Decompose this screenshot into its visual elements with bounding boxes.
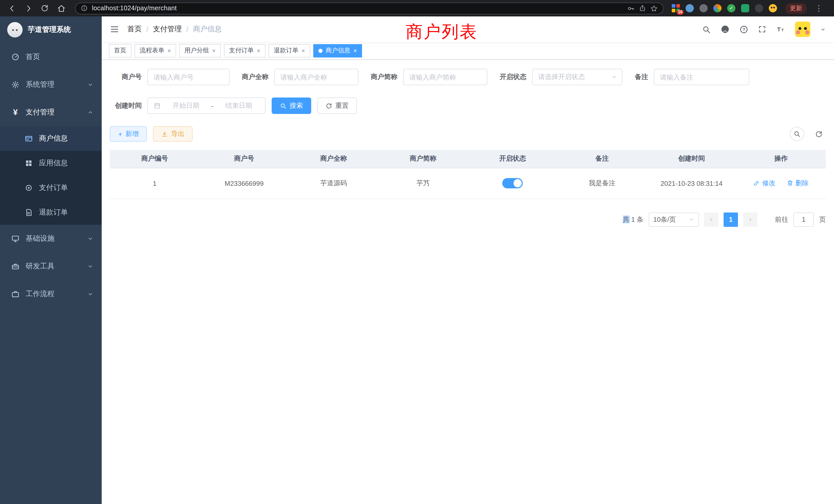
extension-icon[interactable] bbox=[686, 4, 694, 12]
chevron-down-icon bbox=[87, 291, 93, 297]
tab-close-icon[interactable]: × bbox=[302, 47, 305, 54]
refresh-table-button[interactable] bbox=[811, 127, 826, 141]
merchant-no-input[interactable] bbox=[147, 69, 229, 85]
sidebar-item-workflow[interactable]: 工作流程 bbox=[0, 280, 102, 308]
extension-icon[interactable] bbox=[713, 4, 722, 12]
status-select[interactable]: 请选择开启状态 bbox=[532, 69, 622, 85]
status-toggle[interactable] bbox=[502, 178, 523, 188]
sidebar-item-merchant-info[interactable]: 商户信息 bbox=[0, 126, 102, 151]
pagination: 共 1 条 10条/页 1 前往 bbox=[110, 212, 826, 227]
search-form-row-1: 商户号 商户全称 商户简称 开启状态 请选择开启状态 bbox=[110, 69, 826, 85]
full-name-label: 商户全称 bbox=[242, 72, 269, 82]
sidebar-item-pay-order[interactable]: 支付订单 bbox=[0, 176, 102, 200]
tab-close-icon[interactable]: × bbox=[212, 47, 216, 54]
pagination-total-text: 1 条 bbox=[631, 215, 643, 223]
add-button-label: 新增 bbox=[125, 129, 139, 139]
tab-label: 流程表单 bbox=[140, 46, 164, 55]
fullscreen-icon[interactable] bbox=[758, 25, 766, 33]
merchant-no-label: 商户号 bbox=[110, 72, 142, 82]
browser-menu-button[interactable]: ⋮ bbox=[813, 4, 825, 13]
download-icon bbox=[161, 131, 168, 137]
tab-close-icon[interactable]: × bbox=[257, 47, 260, 54]
sidebar-item-home[interactable]: 首页 bbox=[0, 43, 102, 71]
cell-remark: 我是备注 bbox=[557, 168, 647, 199]
chevron-down-icon bbox=[87, 263, 93, 270]
extension-icon[interactable] bbox=[699, 4, 708, 12]
cell-merchant-id: 1 bbox=[110, 168, 199, 199]
prev-page-button[interactable] bbox=[704, 212, 719, 227]
user-avatar[interactable] bbox=[795, 22, 810, 37]
browser-forward-button[interactable] bbox=[22, 2, 35, 15]
tab-user-group[interactable]: 用户分组 × bbox=[179, 44, 221, 57]
goto-label: 前往 bbox=[775, 215, 788, 224]
sidebar-item-infrastructure[interactable]: 基础设施 bbox=[0, 225, 102, 253]
table-header-row: 商户编号 商户号 商户全称 商户简称 开启状态 备注 创建时间 操作 bbox=[110, 150, 826, 168]
toggle-search-button[interactable] bbox=[790, 127, 804, 141]
tab-label: 退款订单 bbox=[274, 46, 299, 55]
address-bar[interactable]: localhost:1024/pay/merchant bbox=[75, 2, 663, 14]
short-name-input[interactable] bbox=[403, 69, 487, 85]
browser-chrome: localhost:1024/pay/merchant 10 ✓ 更新 ⋮ bbox=[0, 0, 834, 17]
edit-button[interactable]: 修改 bbox=[753, 179, 775, 188]
extension-icon[interactable]: ✓ bbox=[727, 4, 736, 12]
caret-down-icon[interactable] bbox=[820, 26, 826, 32]
delete-button[interactable]: 删除 bbox=[787, 179, 809, 188]
goto-page-input[interactable] bbox=[793, 212, 814, 227]
search-icon[interactable] bbox=[702, 25, 711, 33]
sidebar-item-payment[interactable]: ¥ 支付管理 bbox=[0, 98, 102, 126]
tab-flow-form[interactable]: 流程表单 × bbox=[135, 44, 176, 57]
help-icon[interactable] bbox=[740, 25, 748, 33]
breadcrumb-separator: / bbox=[186, 25, 189, 33]
next-page-button[interactable] bbox=[743, 212, 758, 227]
tab-close-icon[interactable]: × bbox=[353, 47, 357, 54]
tab-refund-order[interactable]: 退款订单 × bbox=[269, 44, 310, 57]
bookmark-star-icon[interactable] bbox=[650, 4, 658, 12]
logo[interactable]: 芋道管理系统 bbox=[0, 17, 102, 43]
extension-icon[interactable] bbox=[755, 4, 763, 12]
sidebar-item-system[interactable]: 系统管理 bbox=[0, 71, 102, 98]
card-icon bbox=[25, 135, 33, 143]
reset-button[interactable]: 重置 bbox=[317, 97, 357, 114]
sidebar-item-devtools[interactable]: 研发工具 bbox=[0, 253, 102, 280]
tab-pay-order[interactable]: 支付订单 × bbox=[224, 44, 265, 57]
export-button[interactable]: 导出 bbox=[153, 126, 193, 142]
column-header: 商户编号 bbox=[110, 150, 199, 168]
remark-label: 备注 bbox=[635, 72, 648, 82]
yen-icon: ¥ bbox=[11, 108, 20, 117]
chevron-down-icon bbox=[689, 216, 694, 222]
reset-button-label: 重置 bbox=[335, 101, 349, 110]
page-size-select[interactable]: 10条/页 bbox=[649, 212, 699, 227]
breadcrumb-item[interactable]: 支付管理 bbox=[153, 25, 182, 34]
browser-home-button[interactable] bbox=[54, 2, 68, 15]
extension-icon[interactable] bbox=[769, 4, 777, 12]
sidebar-item-label: 商户信息 bbox=[39, 134, 68, 143]
github-icon[interactable] bbox=[721, 25, 730, 34]
tab-merchant-info[interactable]: 商户信息 × bbox=[313, 44, 362, 57]
browser-update-button[interactable]: 更新 bbox=[785, 3, 807, 14]
key-icon[interactable] bbox=[627, 4, 635, 12]
sidebar-item-app-info[interactable]: 应用信息 bbox=[0, 151, 102, 176]
chevron-down-icon bbox=[611, 74, 617, 80]
remark-input[interactable] bbox=[654, 69, 749, 85]
font-size-icon[interactable] bbox=[776, 25, 785, 34]
add-button[interactable]: + 新增 bbox=[110, 126, 147, 142]
sidebar-item-label: 工作流程 bbox=[26, 290, 81, 299]
breadcrumb-item[interactable]: 首页 bbox=[127, 25, 142, 34]
sidebar-item-refund-order[interactable]: 退款订单 bbox=[0, 200, 102, 225]
sidebar-toggle-icon[interactable] bbox=[110, 25, 119, 34]
full-name-input[interactable] bbox=[274, 69, 358, 85]
tab-label: 首页 bbox=[114, 46, 126, 55]
tab-home[interactable]: 首页 bbox=[109, 44, 131, 57]
chevron-down-icon bbox=[87, 82, 93, 88]
share-icon[interactable] bbox=[639, 5, 646, 12]
create-time-range-picker[interactable]: 开始日期 - 结束日期 bbox=[147, 97, 265, 114]
extension-icon[interactable] bbox=[741, 4, 749, 12]
extensions-grid-icon[interactable]: 10 bbox=[672, 4, 680, 12]
search-button[interactable]: 搜索 bbox=[272, 97, 311, 114]
briefcase-icon bbox=[11, 290, 20, 298]
browser-reload-button[interactable] bbox=[38, 2, 51, 15]
breadcrumb-item-current: 商户信息 bbox=[193, 25, 222, 34]
browser-back-button[interactable] bbox=[5, 2, 19, 15]
tab-close-icon[interactable]: × bbox=[168, 47, 171, 54]
page-button-1[interactable]: 1 bbox=[724, 212, 738, 227]
